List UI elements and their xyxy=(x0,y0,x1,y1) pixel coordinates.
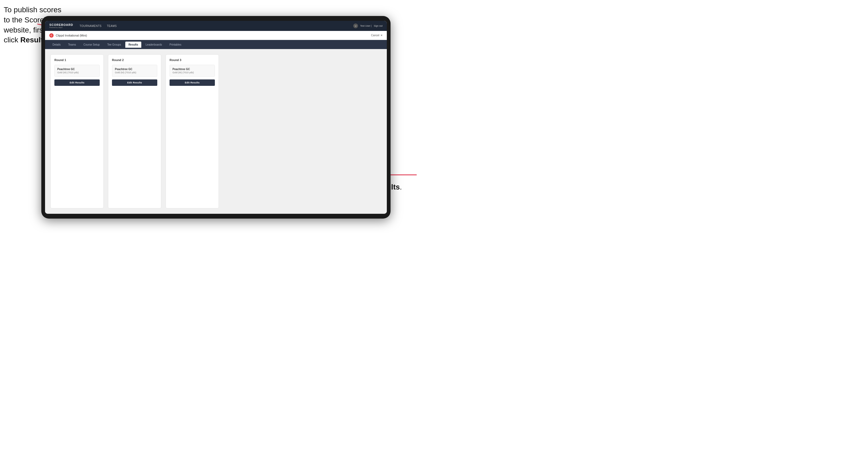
round-2-course-name: Peachtree GC xyxy=(115,68,154,71)
round-1-course-detail: Gold (M) (7010 yds) xyxy=(57,71,97,74)
round-1-course-name: Peachtree GC xyxy=(57,68,97,71)
logo-area: SCOREBOARD Powered by clippd xyxy=(49,24,73,28)
nav-links: TOURNAMENTS TEAMS xyxy=(80,25,353,27)
edit-results-button-2[interactable]: Edit Results xyxy=(112,80,157,86)
tournament-name: Clippd Invitational (Mini) xyxy=(56,34,371,37)
round-1-title: Round 1 xyxy=(54,58,100,62)
round-1-card: Round 1 Peachtree GC Gold (M) (7010 yds)… xyxy=(51,54,104,209)
main-content: Round 1 Peachtree GC Gold (M) (7010 yds)… xyxy=(45,49,387,214)
edit-results-button-1[interactable]: Edit Results xyxy=(54,80,100,86)
nav-teams[interactable]: TEAMS xyxy=(107,25,117,27)
logo-text: SCOREBOARD xyxy=(49,24,73,26)
tablet-frame: SCOREBOARD Powered by clippd TOURNAMENTS… xyxy=(41,16,391,219)
tab-results[interactable]: Results xyxy=(125,41,141,48)
tab-leaderboards[interactable]: Leaderboards xyxy=(142,41,165,48)
round-2-card: Round 2 Peachtree GC Gold (M) (7010 yds)… xyxy=(108,54,161,209)
nav-tournaments[interactable]: TOURNAMENTS xyxy=(80,25,101,27)
round-3-course-card: Peachtree GC Gold (M) (7010 yds) xyxy=(169,65,215,77)
tournament-icon: C xyxy=(49,33,54,38)
round-2-course-detail: Gold (M) (7010 yds) xyxy=(115,71,154,74)
round-2-title: Round 2 xyxy=(112,58,157,62)
round-3-course-name: Peachtree GC xyxy=(173,68,212,71)
tab-teams[interactable]: Teams xyxy=(65,41,79,48)
tablet-screen: SCOREBOARD Powered by clippd TOURNAMENTS… xyxy=(45,21,387,214)
round-2-course-card: Peachtree GC Gold (M) (7010 yds) xyxy=(112,65,157,77)
edit-results-button-3[interactable]: Edit Results xyxy=(169,80,215,86)
nav-right: U Test User | Sign out xyxy=(353,24,382,28)
tab-printables[interactable]: Printables xyxy=(166,41,184,48)
close-icon: ✕ xyxy=(380,34,382,37)
sign-out-link[interactable]: Sign out xyxy=(374,25,382,27)
tab-tee-groups[interactable]: Tee Groups xyxy=(104,41,124,48)
round-3-course-detail: Gold (M) (7010 yds) xyxy=(173,71,212,74)
user-avatar: U xyxy=(353,24,358,28)
tab-nav: Details Teams Course Setup Tee Groups Re… xyxy=(45,40,387,49)
top-nav: SCOREBOARD Powered by clippd TOURNAMENTS… xyxy=(45,21,387,31)
round-3-title: Round 3 xyxy=(169,58,215,62)
round-3-card: Round 3 Peachtree GC Gold (M) (7010 yds)… xyxy=(165,54,219,209)
tab-course-setup[interactable]: Course Setup xyxy=(80,41,103,48)
user-label: Test User | xyxy=(360,25,372,27)
tab-details[interactable]: Details xyxy=(49,41,64,48)
logo-sub: Powered by clippd xyxy=(49,27,73,28)
cancel-button[interactable]: Cancel ✕ xyxy=(371,34,382,37)
round-1-course-card: Peachtree GC Gold (M) (7010 yds) xyxy=(54,65,100,77)
tournament-header: C Clippd Invitational (Mini) Cancel ✕ xyxy=(45,31,387,40)
